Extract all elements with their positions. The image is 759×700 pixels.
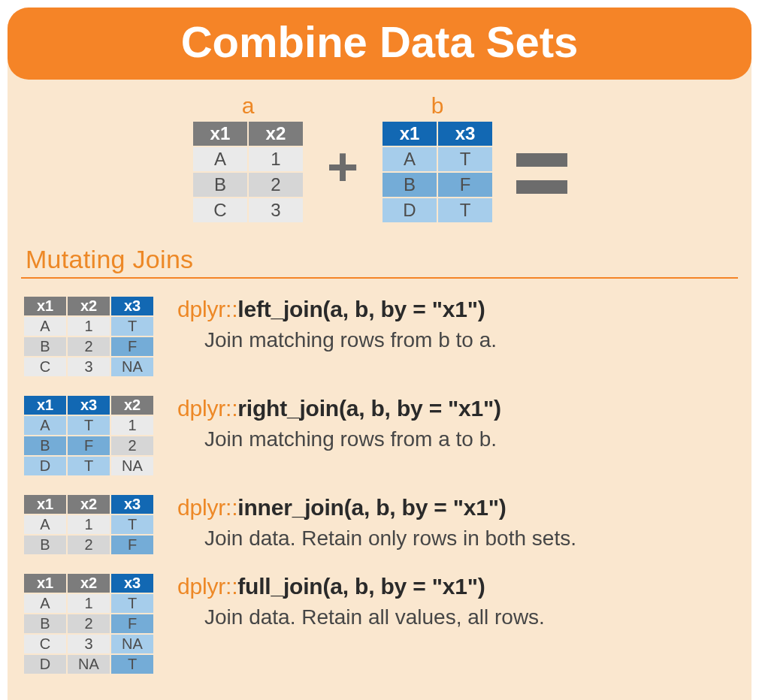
col-header: x2 [68, 495, 110, 514]
function-name: right_join [237, 396, 339, 421]
cell: T [111, 317, 153, 336]
cell: T [111, 655, 153, 674]
col-header: x2 [249, 122, 303, 146]
col-header: x1 [24, 574, 66, 593]
code-line: dplyr::left_join(a, b, by = "x1") [177, 297, 751, 322]
cell: F [438, 173, 492, 197]
join-row: x1x2x3A1TB2FC3NADNATdplyr::full_join(a, … [23, 572, 751, 675]
plus-icon: + [327, 140, 358, 224]
cell: NA [68, 655, 110, 674]
input-tables-row: a x1x2A1B2C3 + b x1x3ATBFDT [8, 95, 751, 224]
join-desc-text: Join data. Retain only rows in both sets… [204, 527, 751, 551]
col-header: x1 [24, 297, 66, 315]
cell: 2 [249, 173, 303, 197]
cell: NA [111, 358, 153, 376]
cell: D [24, 457, 66, 475]
table-b-block: b x1x3ATBFDT [381, 95, 494, 224]
cell: 3 [249, 198, 303, 222]
function-name: left_join [237, 297, 322, 321]
cell: 2 [68, 536, 110, 554]
cell: 1 [111, 416, 153, 435]
cell: B [24, 436, 66, 455]
col-header: x3 [111, 297, 153, 315]
function-args: (a, b, by = "x1") [323, 574, 485, 599]
section-heading: Mutating Joins [26, 245, 751, 274]
table-a-block: a x1x2A1B2C3 [192, 95, 304, 224]
cheatsheet-card: Combine Data Sets a x1x2A1B2C3 + b x1x3A… [8, 8, 751, 700]
function-name: full_join [237, 574, 322, 599]
join-row: x1x3x2AT1BF2DTNAdplyr::right_join(a, b, … [23, 394, 751, 477]
cell: F [111, 536, 153, 554]
cell: C [24, 358, 66, 376]
cell: 1 [68, 515, 110, 534]
result-table: x1x2x3A1TB2F [23, 493, 155, 556]
cell: T [68, 457, 110, 475]
cell: 1 [68, 317, 110, 336]
join-desc-text: Join matching rows from a to b. [204, 427, 751, 451]
table-b-label: b [431, 95, 444, 117]
join-desc-text: Join matching rows from b to a. [204, 328, 751, 352]
result-table: x1x2x3A1TB2FC3NADNAT [23, 572, 155, 675]
col-header: x3 [111, 495, 153, 514]
table-b: x1x3ATBFDT [381, 120, 494, 224]
cell: A [24, 416, 66, 435]
result-table: x1x2x3A1TB2FC3NA [23, 295, 155, 378]
cell: F [111, 337, 153, 356]
cell: F [68, 436, 110, 455]
table-a-label: a [242, 95, 255, 117]
cell: T [438, 147, 492, 171]
cell: D [383, 198, 437, 222]
cell: B [24, 536, 66, 554]
cell: B [24, 614, 66, 633]
join-description: dplyr::left_join(a, b, by = "x1")Join ma… [177, 295, 751, 352]
cell: B [193, 173, 247, 197]
code-line: dplyr::full_join(a, b, by = "x1") [177, 574, 751, 599]
cell: 2 [111, 436, 153, 455]
cell: A [193, 147, 247, 171]
divider [21, 277, 738, 279]
cell: B [383, 173, 437, 197]
cell: A [24, 515, 66, 534]
function-args: (a, b, by = "x1") [344, 495, 507, 520]
col-header: x2 [68, 297, 110, 315]
cell: T [438, 198, 492, 222]
page-title: Combine Data Sets [8, 8, 751, 80]
cell: 3 [68, 358, 110, 376]
cell: NA [111, 635, 153, 653]
join-desc-text: Join data. Retain all values, all rows. [204, 605, 751, 629]
join-description: dplyr::full_join(a, b, by = "x1")Join da… [177, 572, 751, 629]
cell: D [24, 655, 66, 674]
join-description: dplyr::right_join(a, b, by = "x1")Join m… [177, 394, 751, 451]
cell: T [111, 515, 153, 534]
col-header: x1 [193, 122, 247, 146]
cell: T [111, 594, 153, 613]
cell: 2 [68, 614, 110, 633]
pkg-prefix: dplyr:: [177, 297, 237, 321]
col-header: x1 [24, 396, 66, 415]
col-header: x3 [68, 396, 110, 415]
cell: 1 [249, 147, 303, 171]
cell: B [24, 337, 66, 356]
join-row: x1x2x3A1TB2Fdplyr::inner_join(a, b, by =… [23, 493, 751, 556]
pkg-prefix: dplyr:: [177, 396, 237, 421]
cell: 3 [68, 635, 110, 653]
col-header: x1 [24, 495, 66, 514]
code-line: dplyr::right_join(a, b, by = "x1") [177, 396, 751, 421]
join-description: dplyr::inner_join(a, b, by = "x1")Join d… [177, 493, 751, 551]
cell: NA [111, 457, 153, 475]
pkg-prefix: dplyr:: [177, 495, 237, 520]
cell: A [383, 147, 437, 171]
cell: 2 [68, 337, 110, 356]
col-header: x3 [438, 122, 492, 146]
col-header: x3 [111, 574, 153, 593]
pkg-prefix: dplyr:: [177, 574, 237, 599]
cell: A [24, 317, 66, 336]
table-a: x1x2A1B2C3 [192, 120, 304, 224]
cell: A [24, 594, 66, 613]
function-name: inner_join [237, 495, 343, 520]
cell: T [68, 416, 110, 435]
equals-icon [516, 153, 567, 224]
function-args: (a, b, by = "x1") [339, 396, 501, 421]
joins-list: x1x2x3A1TB2FC3NAdplyr::left_join(a, b, b… [8, 295, 751, 675]
code-line: dplyr::inner_join(a, b, by = "x1") [177, 495, 751, 520]
